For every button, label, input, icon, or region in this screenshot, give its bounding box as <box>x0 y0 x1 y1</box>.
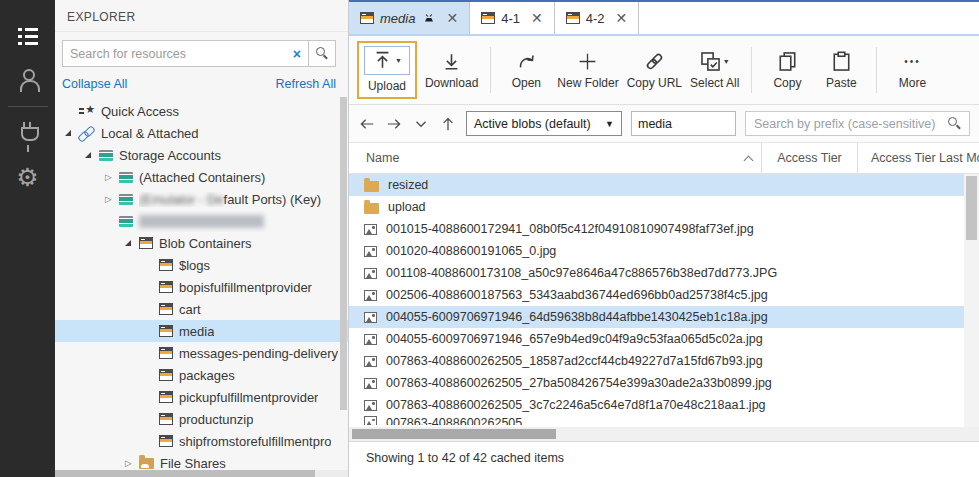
tab-label: 4-1 <box>501 11 520 26</box>
prefix-search-input[interactable]: Search by prefix (case-sensitive) <box>745 111 970 136</box>
nav-buttons <box>358 115 457 133</box>
column-header-access-tier[interactable]: Access Tier <box>761 143 857 173</box>
toolbar-button-more[interactable]: •••More <box>889 51 935 90</box>
column-header-access-tier-last-modified[interactable]: Access Tier Last Mo <box>857 143 979 173</box>
tree-item-storage-accounts[interactable]: Storage Accounts <box>55 144 348 166</box>
toolbar-button-paste[interactable]: Paste <box>818 51 864 90</box>
tree-item-media[interactable]: media <box>55 320 348 342</box>
toolbar-icon-row <box>777 51 798 72</box>
activity-item-account[interactable] <box>0 58 55 102</box>
expand-arrow-icon[interactable]: ▷ <box>105 195 119 204</box>
blob-row[interactable]: 001020-4088600191065_0.jpg <box>349 240 979 262</box>
blob-row[interactable]: 004055-6009706971946_64d59638b8d44afbbe1… <box>349 306 979 328</box>
collapse-arrow-icon[interactable] <box>85 151 99 160</box>
toolbar-button-copy-url[interactable]: Copy URL <box>627 51 682 90</box>
file-share-icon <box>139 458 154 469</box>
more-icon: ••• <box>904 51 921 72</box>
redacted-text-fragment: (Emulator - De <box>139 192 224 207</box>
tree-item-logs[interactable]: $logs <box>55 254 348 276</box>
tree-item-label: $logs <box>179 258 210 273</box>
toolbar-button-upload[interactable]: ▼Upload <box>357 41 417 99</box>
toolbar-icon-row: ▼ <box>700 51 730 72</box>
list-vertical-scrollbar[interactable] <box>964 174 979 427</box>
search-button[interactable] <box>309 40 336 67</box>
keep-open-icon[interactable] <box>423 13 435 23</box>
panel-title: EXPLORER <box>55 0 348 32</box>
toolbar-button-open[interactable]: Open <box>503 51 549 90</box>
account-icon <box>17 69 39 91</box>
toolbar-button-label: Copy <box>773 76 801 90</box>
tab-4-1[interactable]: 4-1✕ <box>470 2 555 34</box>
folder-row[interactable]: upload <box>349 196 979 218</box>
blob-row[interactable]: 001108-4088600173108_a50c97e8646a47c8865… <box>349 262 979 284</box>
nav-forward-button[interactable] <box>385 115 403 133</box>
tree-item-bopisfulfillmentprovider[interactable]: bopisfulfillmentprovider <box>55 276 348 298</box>
copy-icon <box>777 51 798 72</box>
nav-history-button[interactable] <box>412 115 430 133</box>
collapse-arrow-icon[interactable] <box>125 239 139 248</box>
scrollbar-thumb[interactable] <box>966 176 977 240</box>
tree-item-shipfromstorefulfillmentpro[interactable]: shipfromstorefulfillmentpro <box>55 430 348 452</box>
storage-icon <box>119 194 133 205</box>
toolbar-button-download[interactable]: Download <box>425 51 478 90</box>
refresh-all-link[interactable]: Refresh All <box>276 77 336 91</box>
tree-horizontal-scrollbar[interactable] <box>55 470 348 477</box>
activity-item-explorer[interactable] <box>0 14 55 58</box>
tree-item-cart[interactable]: cart <box>55 298 348 320</box>
blob-name: 004055-6009706971946_64d59638b8d44afbbe1… <box>386 310 768 324</box>
blob-container-icon <box>566 12 580 24</box>
image-icon <box>364 290 377 301</box>
nav-back-button[interactable] <box>358 115 376 133</box>
expand-arrow-icon[interactable]: ▷ <box>105 173 119 182</box>
collapse-all-link[interactable]: Collapse All <box>62 77 127 91</box>
tree-item-messages-pending-delivery[interactable]: messages-pending-delivery <box>55 342 348 364</box>
blob-row[interactable]: 004055-6009706971946_657e9b4ed9c04f9a9c5… <box>349 328 979 350</box>
tree-item-label: File Shares <box>160 456 226 471</box>
tree-item-label: bopisfulfillmentprovider <box>179 280 312 295</box>
tree-item-item[interactable] <box>55 210 348 232</box>
scrollbar-thumb[interactable] <box>55 470 315 477</box>
path-input[interactable] <box>631 111 736 136</box>
tab-close-icon[interactable]: ✕ <box>446 11 458 25</box>
tree-item-label: Local & Attached <box>101 126 199 141</box>
nav-up-button[interactable] <box>439 115 457 133</box>
tree-item-fault-ports-key[interactable]: ▷(Emulator - Default Ports) (Key) <box>55 188 348 210</box>
tree-item-blob-containers[interactable]: Blob Containers <box>55 232 348 254</box>
toolbar-button-select-all[interactable]: ▼Select All <box>690 51 739 90</box>
tab-close-icon[interactable]: ✕ <box>531 11 543 25</box>
blob-row[interactable]: 007863-4088600262505_3c7c2246a5c64e7d8f1… <box>349 394 979 416</box>
toolbar-icon-row: ••• <box>904 51 921 72</box>
toolbar-button-new-folder[interactable]: New Folder <box>557 51 618 90</box>
blob-row[interactable]: 007863-4088600262505_ <box>349 416 979 425</box>
collapse-arrow-icon[interactable] <box>65 129 79 138</box>
toolbar-button-copy[interactable]: Copy <box>764 51 810 90</box>
blob-row[interactable]: 002506-4088600187563_5343aabd36744ed696b… <box>349 284 979 306</box>
tab-media[interactable]: media✕ <box>349 2 470 34</box>
navigation-bar: Active blobs (default) ▼ Search by prefi… <box>349 105 979 143</box>
blob-container-icon <box>159 347 173 359</box>
folder-row[interactable]: resized <box>349 174 979 196</box>
tree-item-local-attached[interactable]: Local & Attached <box>55 122 348 144</box>
tree-item-quick-access[interactable]: Quick Access <box>55 100 348 122</box>
tree-item-attached-containers[interactable]: ▷(Attached Containers) <box>55 166 348 188</box>
select-all-icon <box>700 51 721 72</box>
blob-row[interactable]: 007863-4088600262505_27ba508426754e399a3… <box>349 372 979 394</box>
expand-arrow-icon[interactable]: ▷ <box>125 459 139 468</box>
blob-row[interactable]: 001015-4088600172941_08b0f5c412f04910810… <box>349 218 979 240</box>
tree-item-packages[interactable]: packages <box>55 364 348 386</box>
column-header-name[interactable]: Name <box>349 143 761 173</box>
blob-row[interactable]: 007863-4088600262505_18587ad2ccf44cb4922… <box>349 350 979 372</box>
tab-4-2[interactable]: 4-2✕ <box>555 2 640 34</box>
blob-state-dropdown[interactable]: Active blobs (default) ▼ <box>466 111 622 136</box>
resource-search-input[interactable]: Search for resources × <box>62 40 309 67</box>
activity-item-settings[interactable]: ⚙ <box>0 155 55 199</box>
clear-search-icon[interactable]: × <box>293 47 301 61</box>
tree-item-productunzip[interactable]: productunzip <box>55 408 348 430</box>
list-horizontal-scrollbar[interactable] <box>349 427 979 441</box>
image-icon <box>364 312 377 323</box>
tree-vertical-scrollbar[interactable] <box>340 97 347 410</box>
activity-item-connect[interactable] <box>0 111 55 155</box>
tree-item-pickupfulfillmentprovider[interactable]: pickupfulfillmentprovider <box>55 386 348 408</box>
tab-close-icon[interactable]: ✕ <box>615 11 627 25</box>
scrollbar-thumb[interactable] <box>352 429 556 439</box>
